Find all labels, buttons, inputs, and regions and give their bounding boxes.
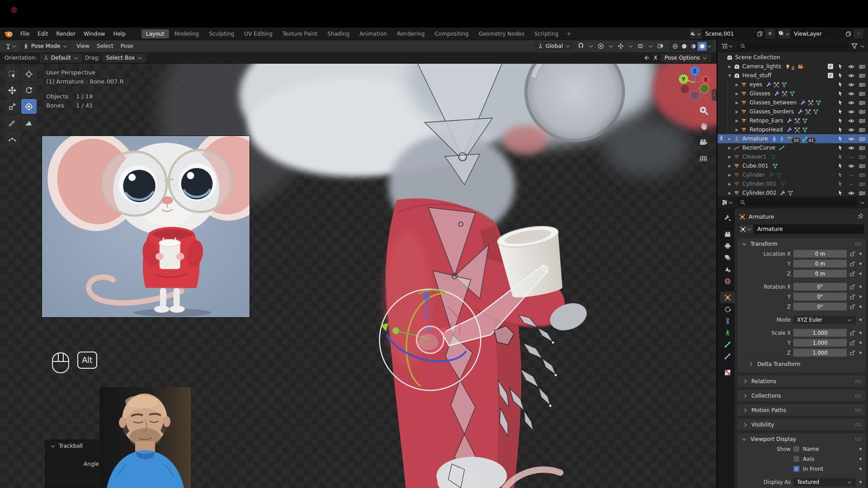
outliner-row-cleaver1[interactable]: ▶Cleaver1: [717, 152, 868, 161]
menu-render[interactable]: Render: [52, 29, 80, 38]
axis-checkbox[interactable]: [793, 456, 799, 462]
exclude-checkbox[interactable]: ✓: [828, 64, 833, 69]
delta-transform-subpanel[interactable]: Delta Transform: [737, 359, 865, 369]
menu-edit[interactable]: Edit: [33, 29, 52, 38]
orthographic-toggle-button[interactable]: [698, 153, 709, 164]
show-overlays-toggle[interactable]: [635, 42, 646, 51]
transform-panel-header[interactable]: Transform: [737, 238, 865, 249]
camera-toggle-icon[interactable]: [858, 117, 866, 124]
panel-motion-paths[interactable]: Motion Paths: [737, 404, 865, 416]
camera-toggle-icon[interactable]: [858, 190, 866, 197]
properties-options-chevron[interactable]: [861, 200, 864, 204]
viewport-menu-pose[interactable]: Pose: [117, 42, 137, 51]
properties-tab-output[interactable]: [720, 240, 735, 252]
workspace-tab-texture-paint[interactable]: Texture Paint: [278, 29, 322, 38]
panel-drag-grip[interactable]: [855, 242, 861, 246]
pointer-toggle-icon[interactable]: [836, 63, 844, 70]
expand-arrow[interactable]: ▶: [726, 155, 733, 159]
camera-toggle-icon[interactable]: [858, 163, 866, 169]
expand-arrow[interactable]: ▶: [726, 191, 733, 195]
workspace-tab-geometry-nodes[interactable]: Geometry Nodes: [474, 29, 529, 38]
expand-arrow[interactable]: ▶: [734, 128, 740, 132]
tool-scale[interactable]: [5, 99, 20, 114]
expand-arrow[interactable]: ▶: [726, 65, 733, 69]
workspace-tab-layout[interactable]: Layout: [142, 29, 169, 38]
lock-icon[interactable]: [849, 294, 856, 300]
tool-rotate[interactable]: [21, 83, 37, 98]
mode-dropdown[interactable]: XYZ Euler: [793, 316, 856, 324]
tool-annotate[interactable]: [5, 115, 20, 130]
proportional-edit-toggle[interactable]: [595, 42, 606, 51]
camera-toggle-icon[interactable]: [858, 145, 866, 151]
eye-closed-toggle-icon[interactable]: [847, 181, 855, 188]
lock-icon[interactable]: [849, 251, 856, 257]
camera-toggle-icon[interactable]: [858, 81, 866, 88]
panel-visibility[interactable]: Visibility: [737, 419, 865, 430]
eye-toggle-icon[interactable]: [847, 163, 855, 169]
tool-measure[interactable]: [21, 115, 37, 130]
outliner-row-cylinder[interactable]: ▶Cylinder: [717, 170, 868, 179]
pointer-toggle-icon[interactable]: [836, 172, 844, 178]
panel-collections[interactable]: Collections: [737, 390, 865, 401]
sidebar-collapse-arrow[interactable]: ‹: [712, 89, 717, 101]
properties-tab-tool[interactable]: [720, 212, 735, 224]
eye-toggle-icon[interactable]: [847, 145, 855, 151]
menu-help[interactable]: Help: [109, 29, 129, 38]
workspace-tab-shading[interactable]: Shading: [323, 29, 354, 38]
orientation-dropdown[interactable]: Default: [40, 54, 82, 62]
pointer-toggle-icon[interactable]: [836, 145, 844, 151]
scene-name-field[interactable]: Scene.001: [702, 29, 755, 38]
scene-icon[interactable]: [690, 29, 702, 38]
properties-tab-world[interactable]: [720, 275, 735, 287]
pointer-toggle-icon[interactable]: [836, 190, 844, 197]
outliner-options-chevron[interactable]: [861, 43, 864, 47]
lock-icon[interactable]: [849, 261, 856, 267]
object-type-icon[interactable]: [738, 224, 754, 234]
outliner-filter-button[interactable]: [851, 43, 858, 49]
properties-tab-constraints[interactable]: [720, 315, 735, 327]
outliner-row-glasses[interactable]: ▶Glasses: [717, 89, 868, 98]
tool-select-box[interactable]: [5, 66, 20, 81]
expand-arrow[interactable]: ▶: [726, 164, 733, 168]
value-field[interactable]: 1.000: [793, 349, 847, 357]
value-field[interactable]: 1.000: [793, 329, 847, 337]
view-layer-name-field[interactable]: ViewLayer: [790, 29, 844, 38]
show-gizmo-toggle[interactable]: [615, 42, 626, 51]
outliner-row-cube-001[interactable]: ▶Cube.001: [717, 161, 868, 170]
pointer-toggle-icon[interactable]: [836, 117, 844, 124]
unlink-scene-button[interactable]: ✕: [765, 29, 775, 38]
animate-dot[interactable]: [859, 352, 862, 354]
properties-tab-render[interactable]: [720, 228, 735, 240]
outliner-row-glasses-borders[interactable]: ▶Glasses_borders: [717, 107, 868, 116]
animate-dot[interactable]: [859, 305, 862, 308]
properties-search-input[interactable]: [737, 198, 858, 206]
xray-toggle[interactable]: [655, 42, 666, 51]
outliner-row-glasses-between[interactable]: ▶Glasses_between: [717, 98, 868, 107]
pose-options-dropdown[interactable]: Pose Options: [661, 54, 711, 62]
lock-icon[interactable]: [849, 271, 856, 277]
shading-wireframe-button[interactable]: [670, 42, 679, 51]
value-field[interactable]: 0°: [793, 303, 847, 310]
add-workspace-button[interactable]: +: [563, 30, 575, 38]
lock-icon[interactable]: [849, 340, 856, 346]
eye-toggle-icon[interactable]: [847, 72, 855, 79]
workspace-tab-sculpting[interactable]: Sculpting: [204, 29, 239, 38]
pointer-toggle-icon[interactable]: [836, 127, 844, 133]
pointer-toggle-icon[interactable]: [836, 154, 844, 160]
snap-toggle[interactable]: [576, 42, 586, 51]
expand-arrow[interactable]: ▶: [734, 92, 740, 96]
expand-arrow[interactable]: ▶: [726, 146, 733, 150]
animate-dot[interactable]: [859, 272, 862, 275]
viewport-canvas[interactable]: User Perspective (1) Armature : Bone.007…: [0, 64, 717, 488]
pointer-toggle-icon[interactable]: [836, 72, 844, 79]
eye-toggle-icon[interactable]: [847, 127, 855, 133]
outliner-editor-type-button[interactable]: [720, 42, 735, 50]
properties-tab-texture[interactable]: [720, 366, 735, 378]
outliner-row-scene-collection[interactable]: Scene Collection: [717, 53, 868, 62]
lock-icon[interactable]: [849, 350, 856, 356]
shading-solid-button[interactable]: [679, 42, 689, 51]
object-name-field[interactable]: Armature: [754, 224, 864, 234]
animate-dot[interactable]: [859, 332, 862, 334]
menu-window[interactable]: Window: [80, 29, 109, 38]
zoom-button[interactable]: [698, 105, 709, 116]
